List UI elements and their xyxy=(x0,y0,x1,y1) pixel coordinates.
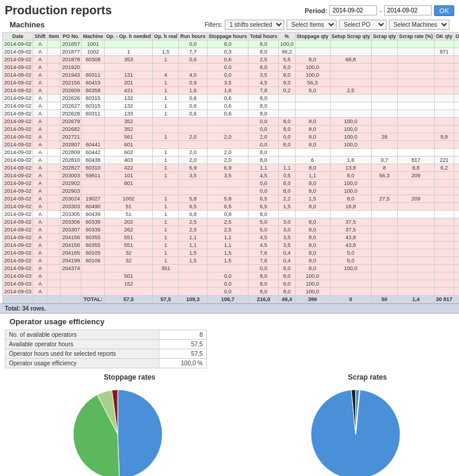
table-row: 2014-09-02A204165601053211,51,57,60,48,0… xyxy=(3,249,460,257)
col-pono: PO No. xyxy=(61,33,81,40)
operator-title: Operator usage efficiency xyxy=(5,316,454,327)
table-row: 2014-09-03A1520,08,08,0100,0 xyxy=(3,280,460,288)
filter-shifts-select[interactable]: 1 shifts selected xyxy=(225,20,284,30)
table-row: 2014-09-02A2033066033920212,52,55,03,08,… xyxy=(3,218,460,226)
table-row: 2014-09-02A201877100211,57,70,38,096,297… xyxy=(3,48,460,56)
table-row: 2014-09-02A2029030,08,08,0100,048,00 xyxy=(3,187,460,195)
scrap-chart-container: Scrap rates OK partsN – Surface defects xyxy=(302,373,433,476)
scrap-pie-chart xyxy=(302,384,433,476)
table-row: 2014-09-02A2026276031513210,60,68,02 500… xyxy=(3,102,460,110)
table-row: 2014-09-02A204199601063211,51,57,60,48,0… xyxy=(3,257,460,265)
table-row: 2014-09-02A2026266031513210,60,68,02 500… xyxy=(3,95,460,102)
filter-machines-select[interactable]: Select Machines xyxy=(389,20,449,30)
operator-table-row: Operator hours used for selected reports… xyxy=(5,349,207,359)
col-item: Item xyxy=(47,33,60,40)
table-row: 2014-09-02A203305604395110,80,88,02 1002… xyxy=(3,211,460,218)
scrap-chart-title: Scrap rates xyxy=(348,373,386,381)
col-stoppage-hours: Stoppage hours xyxy=(207,33,249,40)
table-row: 2014-09-02A2019200,08,08,0100,026,34 xyxy=(3,64,460,71)
filters-row: Filters: 1 shifts selected Select Items … xyxy=(200,18,454,31)
table-row: 2014-09-02A2041566035555111,11,14,53,58,… xyxy=(3,234,460,242)
stoppage-chart-container: Stoppage rates Machine running hoursF – … xyxy=(5,373,254,476)
table-row: 2014-09-02A2028276031042216,96,91,11,18,… xyxy=(3,164,460,172)
table-row: 2014-09-03A5010,08,08,0100,0 xyxy=(3,273,460,280)
page-header: Production reports Period: - OK xyxy=(0,0,459,18)
stoppage-pie-chart xyxy=(64,384,195,476)
main-table: Date Shift Item PO No. Machine Op. - Op.… xyxy=(2,32,459,303)
table-row: 2014-09-02A203303604905116,56,56,51,58,0… xyxy=(3,203,460,211)
col-total-hours: Total hours xyxy=(249,33,279,40)
table-row: 2014-09-02A2028096044260212,02,08,059424… xyxy=(3,149,460,156)
table-row: 2014-09-02A2021566041920110,93,54,58,056… xyxy=(3,79,460,87)
period-label: Period: xyxy=(305,7,328,14)
col-op-h-real: Op. h real xyxy=(153,33,179,40)
col-setup-scrap: Setup Scrap qty xyxy=(330,33,372,40)
table-row: 2014-09-03A0,08,08,0100,0 xyxy=(3,288,460,296)
period-from-input[interactable] xyxy=(329,5,377,15)
table-row: 2014-09-02A2026793520,08,08,0100,055,75 xyxy=(3,118,460,126)
table-row: 2014-09-02A2026096035842111,61,67,80,28,… xyxy=(3,87,460,95)
stoppage-chart-title: Stoppage rates xyxy=(104,373,156,381)
col-op-h-needed: Op. - Op. h needed xyxy=(105,33,153,40)
col-ok-qty: OK qty xyxy=(435,33,454,40)
col-shift: Shift xyxy=(33,33,48,40)
operator-table-row: No. of available operators8 xyxy=(5,330,207,340)
table-row: 2014-09-02A2043743510,08,08,0100,060,00 xyxy=(3,265,460,273)
rows-count: Total: 34 rows. xyxy=(0,303,459,314)
col-machine: Machine xyxy=(81,33,105,40)
col-stoppage-qty: Stoppage qty xyxy=(295,33,330,40)
table-row: 2014-09-02A20165710010,08,08,0100,048,00 xyxy=(3,40,460,48)
table-row: 2014-09-02A2041566035555111,11,14,53,58,… xyxy=(3,242,460,249)
table-row: 2014-09-02A2018786030835310,60,62,55,58,… xyxy=(3,56,460,64)
page-title: Production reports xyxy=(5,4,112,17)
table-row: 2014-09-02A2019436031113144,00,03,58,010… xyxy=(3,71,460,79)
table-row: 2014-09-02A2029028010,08,08,0100,048,00 xyxy=(3,180,460,187)
col-scrap-qty: Scrap qty xyxy=(372,33,398,40)
col-date: Date xyxy=(3,33,33,40)
charts-section: Stoppage rates Machine running hoursF – … xyxy=(0,371,459,476)
main-table-wrapper: Date Shift Item PO No. Machine Op. - Op.… xyxy=(0,32,459,303)
col-ok-value: OK qty value xyxy=(454,33,459,40)
col-run-hours: Run hours xyxy=(179,33,208,40)
ok-button[interactable]: OK xyxy=(434,5,454,16)
table-row: 2014-09-02A2033076033926212,52,55,03,08,… xyxy=(3,226,460,234)
table-row: 2014-09-02A2030035981110113,53,54,50,51,… xyxy=(3,172,460,180)
table-row: 2014-09-02A20302419027100215,85,86,52,21… xyxy=(3,195,460,203)
machines-title: Machines xyxy=(5,19,49,30)
filter-items-select[interactable]: Select Items xyxy=(287,20,337,30)
period-to-input[interactable] xyxy=(384,5,432,15)
operator-table-row: Available operator hours57,5 xyxy=(5,340,207,349)
table-row: 2014-09-02A20272156112,02,02,00,08,0100,… xyxy=(3,133,460,141)
operator-section: Operator usage efficiency No. of availab… xyxy=(0,314,459,371)
operator-table: No. of available operators8Available ope… xyxy=(5,330,207,368)
period-section: Period: - OK xyxy=(305,5,454,16)
table-row: 2014-09-02A2026286031113310,60,68,02 500… xyxy=(3,110,460,118)
table-row: 2014-09-02A202807604416010,08,08,0100,05… xyxy=(3,141,460,149)
total-row: TOTAL:57,557,5109,3106,7216,049,43990501… xyxy=(3,296,460,303)
period-separator: - xyxy=(379,7,382,14)
operator-table-row: Operator usage efficiency100,0 % xyxy=(5,359,207,368)
col-scrap-rate: Scrap rate (%) xyxy=(397,33,434,40)
filters-label: Filters: xyxy=(205,21,222,28)
col-percent: % xyxy=(279,33,295,40)
table-row: 2014-09-02A2026823520,08,08,0100,055,75 xyxy=(3,126,460,133)
filter-po-select[interactable]: Select PO xyxy=(339,20,386,30)
table-row: 2014-09-02A2028106043840312,02,08,061,60… xyxy=(3,156,460,164)
